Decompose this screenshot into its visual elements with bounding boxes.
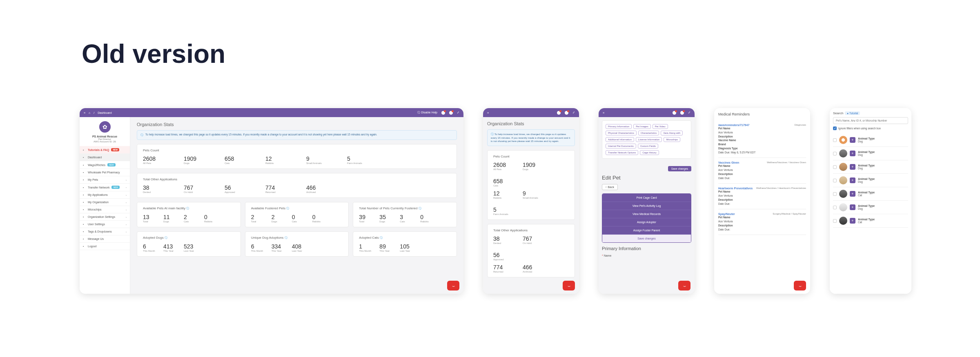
tutorial-badge[interactable]: ● Tutorial (845, 111, 860, 115)
menu-icon: ▪ (83, 223, 86, 226)
stat-number: 13 (143, 214, 155, 220)
sidebar-item-label: Logout (88, 245, 96, 248)
bell-icon[interactable] (565, 111, 568, 115)
nav-chip[interactable]: License Information (636, 137, 662, 142)
back-button[interactable]: ‹ Back (602, 184, 618, 190)
sidebar-item[interactable]: ▪Tutorials & FAQNEW (80, 146, 130, 154)
info-icon[interactable]: ⓘ (285, 236, 287, 239)
sidebar-item[interactable]: ▪User Settings› (80, 221, 130, 228)
expand-button[interactable]: + (850, 164, 855, 170)
breadcrumb-page[interactable]: Dashboard (98, 111, 111, 114)
bell-icon[interactable] (441, 111, 445, 115)
expand-button[interactable]: + (850, 218, 855, 224)
expand-icon[interactable]: ⤢ (688, 111, 690, 114)
search-input[interactable] (833, 117, 908, 124)
row-checkbox[interactable] (833, 192, 837, 196)
pet-list-row[interactable]: + Animal TypeCat (833, 187, 908, 201)
reminder-link[interactable]: /aws/reminders/717947 (718, 124, 749, 126)
pet-list-row[interactable]: + Animal TypeDog (833, 147, 908, 160)
sidebar-item[interactable]: ▪Message Us (80, 235, 130, 243)
hamburger-icon[interactable]: ≡ (603, 111, 604, 114)
expand-icon[interactable]: ⤢ (572, 111, 575, 114)
pet-meta: Animal TypeDog (858, 177, 875, 183)
stat-label: All Pets (143, 162, 167, 164)
row-checkbox[interactable] (833, 165, 837, 169)
reminder-link[interactable]: Heartworm Preventatives (718, 187, 753, 190)
pet-list-row[interactable]: + Animal TypeDog (833, 160, 908, 174)
sidebar-item[interactable]: ▪My Organization› (80, 199, 130, 206)
disable-help-link[interactable]: Ⓘ Disable Help (417, 111, 437, 115)
nav-chip[interactable]: Additional Information (606, 137, 634, 142)
sidebar-item[interactable]: ▪Wholesale Pet Pharmacy (80, 169, 130, 176)
ignore-filters-checkbox[interactable]: ✓ (833, 126, 837, 130)
sidebar-item[interactable]: ▪My Pets› (80, 176, 130, 184)
nav-chip[interactable]: Internal Pet Documents (606, 144, 636, 149)
pet-list-row[interactable]: + Animal TypeCat (833, 214, 908, 228)
expand-button[interactable]: + (850, 204, 855, 210)
chat-widget-icon[interactable]: ⌣ (563, 281, 575, 290)
expand-button[interactable]: + (850, 151, 855, 156)
info-icon[interactable]: ⓘ (419, 207, 421, 210)
sidebar-item[interactable]: ▪Tags & Dropdowns› (80, 228, 130, 235)
nav-chip[interactable]: Pet Video (653, 124, 668, 129)
nav-chip[interactable]: Characteristics (638, 131, 659, 135)
action-button[interactable]: Assign Foster Parent (602, 226, 691, 235)
nav-chip[interactable]: Physical Characteristics (606, 131, 637, 135)
nav-chip[interactable]: Custom Fields (638, 144, 658, 149)
expand-icon[interactable]: ⤢ (457, 111, 459, 114)
bell-icon[interactable] (673, 111, 676, 115)
reminder-link[interactable]: Vaccines Given (718, 161, 739, 164)
home-icon[interactable]: ⌂ (89, 111, 90, 114)
hamburger-icon[interactable]: ≡ (487, 111, 489, 114)
info-icon[interactable]: ⓘ (286, 207, 289, 210)
sidebar-item[interactable]: ▪Microchips› (80, 206, 130, 213)
pet-list-row[interactable]: + Animal TypeDog (833, 174, 908, 187)
nav-chip[interactable]: Gets Along with (661, 131, 683, 135)
sidebar-item[interactable]: ▪Organization Settings› (80, 213, 130, 221)
info-icon[interactable]: ⓘ (186, 207, 189, 210)
row-checkbox[interactable] (833, 179, 837, 182)
chat-widget-icon[interactable]: ⌣ (794, 281, 806, 290)
sidebar-item[interactable]: ▪Wags2RichesNEW (80, 161, 130, 169)
chat-widget-icon[interactable]: ⌣ (678, 281, 690, 290)
info-icon[interactable]: ⓘ (165, 236, 167, 239)
row-checkbox[interactable] (833, 152, 837, 155)
bell-icon[interactable] (557, 111, 561, 115)
pet-list-row[interactable]: + Animal TypeDog (833, 201, 908, 214)
reminder-field: Description (718, 172, 806, 176)
action-button[interactable]: Save changes (602, 235, 691, 242)
action-button[interactable]: View Medical Records (602, 210, 691, 218)
row-checkbox[interactable] (833, 206, 837, 209)
nav-chip[interactable]: Primary Information (606, 124, 632, 129)
bell-icon[interactable] (680, 111, 684, 115)
expand-button[interactable]: + (850, 177, 855, 183)
sidebar-item[interactable]: ▪Logout (80, 243, 130, 250)
bell-icon[interactable] (449, 111, 453, 115)
nav-chip[interactable]: Cage History (640, 150, 659, 155)
stat-number: 1909 (184, 155, 208, 162)
stat-card: Adopted Dogs ⓘ6This Month413This Year523… (137, 231, 241, 257)
expand-button[interactable]: + (850, 137, 855, 143)
row-checkbox[interactable] (833, 219, 837, 223)
sidebar-item[interactable]: ▪Dashboard (80, 154, 130, 161)
action-button[interactable]: View Pet's Activity Log (602, 202, 691, 210)
sidebar-item[interactable]: ▪My Applications› (80, 191, 130, 199)
stat-label: This Year (379, 250, 392, 252)
sidebar-item[interactable]: ▪Transfer NetworkNEW› (80, 184, 130, 191)
action-button[interactable]: Print Cage Card (602, 194, 691, 202)
chat-widget-icon[interactable]: ⌣ (447, 281, 459, 290)
save-changes-button[interactable]: Save changes (668, 166, 691, 171)
nav-chip[interactable]: Microchips (664, 137, 680, 142)
stat-label: Returned (265, 191, 290, 193)
nav-chip[interactable]: Pet Images (633, 124, 650, 129)
stat-label: On Hold (523, 242, 545, 244)
action-button[interactable]: Assign Adopter (602, 218, 691, 226)
pet-list-row[interactable]: + Animal TypeDog (833, 133, 908, 147)
expand-button[interactable]: + (850, 191, 855, 197)
row-checkbox[interactable] (833, 138, 837, 142)
nav-chip[interactable]: Transfer Network Options (606, 150, 638, 155)
stat-number: 56 (493, 252, 515, 258)
hamburger-icon[interactable]: ≡ (84, 111, 85, 114)
info-icon[interactable]: ⓘ (380, 236, 383, 239)
reminder-link[interactable]: Spay/Neuter (718, 213, 735, 215)
